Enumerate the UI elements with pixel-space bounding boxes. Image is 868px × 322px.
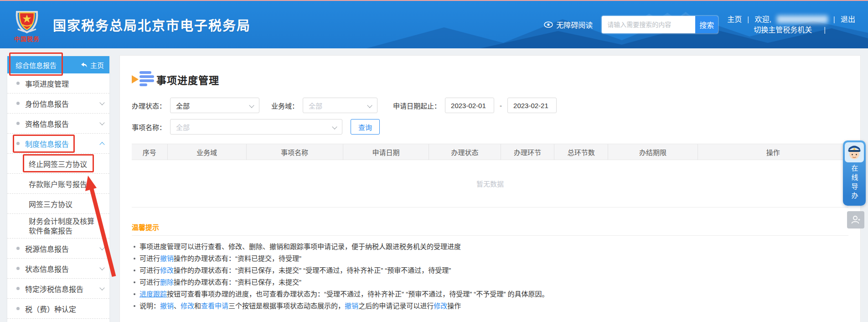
header-search: 搜索 <box>602 16 718 33</box>
accessibility-label: 无障碍阅读 <box>556 19 593 30</box>
bullet-icon <box>16 247 20 250</box>
bullet-icon <box>134 293 135 295</box>
table-column-header: 业务域 <box>168 144 247 160</box>
redacted-username <box>777 16 828 23</box>
sidebar: 综合信息报告 主页 事项进度管理 身份信息报告 资格信息报告 制度信息报告 <box>7 56 109 322</box>
tip-text: 事项进度管理可以进行查看、修改、删除、撤销和跟踪事项申请记录，便于纳税人跟进税务… <box>140 243 461 250</box>
chevron-up-icon <box>99 142 104 147</box>
sidebar-item-tax-type-determination[interactable]: 税（费）种认定 <box>7 299 109 319</box>
tips-section: 温馨提示 事项进度管理可以进行查看、修改、删除、撤销和跟踪事项申请记录，便于纳税… <box>132 222 848 311</box>
tip-text: 说明： <box>140 302 160 310</box>
sidebar-item-tripartite-agreement[interactable]: 网签三方协议 <box>7 194 109 214</box>
sidebar-item-identity-info[interactable]: 身份信息报告 <box>7 93 109 114</box>
search-button[interactable]: 搜索 <box>695 16 718 33</box>
tip-link[interactable]: 撤销 <box>160 254 174 262</box>
table-column-header: 申请日期 <box>343 144 429 160</box>
date-to-input[interactable]: 2023-02-21 <box>507 98 557 113</box>
site-logo: 中国税务 <box>7 6 46 43</box>
bullet-icon <box>134 281 135 283</box>
tip-text: 可进行 <box>140 254 160 262</box>
tip-link[interactable]: 查看申请 <box>201 302 228 310</box>
tip-text: 操作的办理状态有：“资料已提交，待受理” <box>174 254 301 262</box>
assistant-shortcut-button[interactable] <box>847 211 864 229</box>
tips-list: 事项进度管理可以进行查看、修改、删除、撤销和跟踪事项申请记录，便于纳税人跟进税务… <box>134 242 848 311</box>
welcome-label: 欢迎, <box>754 14 771 25</box>
tip-item: 进度跟踪按钮可查看事项办理的进度，也可查看办理状态为：“受理不通过，待补齐补正”… <box>134 290 848 299</box>
chevron-down-icon <box>249 103 254 108</box>
sidebar-header: 综合信息报告 主页 <box>7 56 109 73</box>
tip-link[interactable]: 删除 <box>160 278 174 286</box>
domain-select[interactable]: 全部 <box>303 98 377 113</box>
tip-link[interactable]: 撤销 <box>345 302 358 310</box>
bullet-icon <box>134 270 135 271</box>
date-from-input[interactable]: 2023-02-01 <box>445 98 494 113</box>
sidebar-home-link[interactable]: 主页 <box>81 60 104 70</box>
user-nav: 主页 | 欢迎, | 退出 切换主管税务机关 | <box>727 14 855 35</box>
tax-emblem-icon <box>13 6 41 34</box>
sidebar-item-accounting-system-report[interactable]: 财务会计制度及核算软件备案报告 <box>7 214 109 239</box>
tip-text: 三个按钮是根据事项状态动态展示的， <box>228 302 345 310</box>
table-column-header: 总环节数 <box>554 144 608 160</box>
sidebar-title: 综合信息报告 <box>16 60 57 70</box>
chevron-down-icon <box>332 124 337 129</box>
nav-divider: | <box>833 14 835 25</box>
bullet-icon <box>16 287 20 290</box>
accessibility-toggle[interactable]: 无障碍阅读 <box>544 19 593 30</box>
sidebar-item-matter-progress[interactable]: 事项进度管理 <box>7 73 109 93</box>
sidebar-item-deposit-account-report[interactable]: 存款账户账号报告 <box>7 174 109 194</box>
main-content-card: 事项进度管理 办理状态： 全部 业务域： 全部 申请日期起止： 2023-02-… <box>119 55 861 322</box>
tip-link[interactable]: 修改 <box>181 302 194 310</box>
back-arrow-icon <box>81 62 88 68</box>
tip-link[interactable]: 撤销 <box>160 302 174 310</box>
table-column-header: 办结期限 <box>608 144 698 160</box>
status-filter-label: 办理状态： <box>132 101 166 110</box>
tip-item: 事项进度管理可以进行查看、修改、删除、撤销和跟踪事项申请记录，便于纳税人跟进税务… <box>134 242 848 251</box>
bullet-icon <box>16 142 20 145</box>
tip-text: 之后的申请记录可以进行 <box>358 302 434 310</box>
eye-icon <box>544 21 553 28</box>
sidebar-item-system-info[interactable]: 制度信息报告 <box>7 134 109 154</box>
bullet-icon <box>134 305 135 307</box>
tip-text: 操作的办理状态有：“资料已保存，未提交” <box>174 278 301 286</box>
tip-text: 按钮可查看事项办理的进度，也可查看办理状态为：“受理不通过，待补齐补正” “预审… <box>167 290 548 298</box>
search-input[interactable] <box>602 16 695 33</box>
tip-text: 可进行 <box>140 266 160 274</box>
date-range-label: 申请日期起止： <box>393 101 441 110</box>
tip-link[interactable]: 进度跟踪 <box>140 290 167 298</box>
nav-divider: | <box>824 25 826 35</box>
sidebar-item-status-info[interactable]: 状态信息报告 <box>7 259 109 279</box>
bullet-icon <box>16 307 20 310</box>
table-header-row: 序号 业务域 事项名称 申请日期 办理状态 办理环节 总环节数 办结期限 操作 <box>132 144 848 160</box>
tip-text: 操作 <box>447 302 461 310</box>
status-select[interactable]: 全部 <box>170 98 259 113</box>
logout-link[interactable]: 退出 <box>841 14 855 25</box>
chevron-down-icon <box>99 265 104 270</box>
matter-name-label: 事项名称： <box>132 122 166 132</box>
sidebar-item-terminate-tripartite-agreement[interactable]: 终止网签三方协议 <box>7 154 109 174</box>
nav-home-link[interactable]: 主页 <box>727 14 742 25</box>
matter-name-select[interactable]: 全部 <box>170 119 342 135</box>
site-title: 国家税务总局北京市电子税务局 <box>53 15 251 34</box>
online-guide-widget[interactable]: 在线导办 <box>843 140 866 206</box>
sidebar-item-specific-tax-info[interactable]: 特定涉税信息报告 <box>7 279 109 299</box>
tip-text: 操作的办理状态有：“资料已保存，未提交” “受理不通过，待补齐补正” “预审不通… <box>174 266 451 274</box>
guide-mascot-avatar <box>845 142 864 162</box>
sidebar-item-tax-source-info[interactable]: 税源信息报告 <box>7 239 109 259</box>
table-column-header: 事项名称 <box>247 144 343 160</box>
tip-link[interactable]: 修改 <box>160 266 174 274</box>
person-icon <box>850 214 861 225</box>
query-button[interactable]: 查询 <box>351 119 380 135</box>
chevron-down-icon <box>367 103 372 108</box>
tip-link[interactable]: 修改 <box>434 302 447 310</box>
chevron-down-icon <box>99 285 104 290</box>
domain-filter-label: 业务域： <box>271 101 299 110</box>
sidebar-item-qualification-info[interactable]: 资格信息报告 <box>7 114 109 134</box>
switch-tax-authority-link[interactable]: 切换主管税务机关 <box>754 25 812 35</box>
tip-text: 可进行 <box>140 278 160 286</box>
tips-title: 温馨提示 <box>132 222 848 232</box>
tip-text: 、 <box>174 302 181 310</box>
page-body: 综合信息报告 主页 事项进度管理 身份信息报告 资格信息报告 制度信息报告 <box>0 48 868 322</box>
tip-item: 可进行撤销操作的办理状态有：“资料已提交，待受理” <box>134 254 848 263</box>
tip-text: 和 <box>194 302 201 310</box>
bullet-icon <box>134 258 135 260</box>
